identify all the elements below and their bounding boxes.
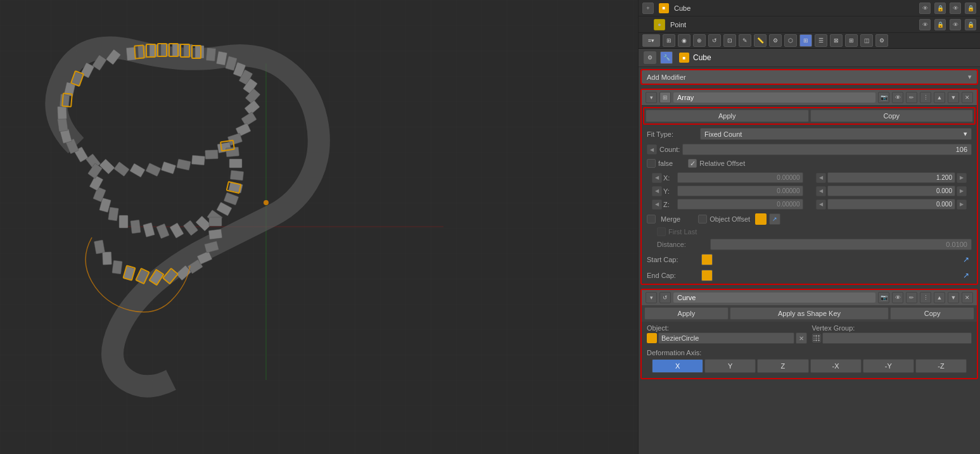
offset-checkboxes: false ✓ Relative Offset (642, 157, 977, 170)
merge-checkbox[interactable] (647, 215, 656, 224)
const-z-input[interactable] (677, 199, 803, 210)
array-name-input[interactable] (673, 92, 875, 103)
object-offset-checkbox[interactable] (698, 215, 707, 224)
array-edit-icon[interactable]: ✏ (906, 92, 917, 103)
render-lock-icon-2[interactable]: 🔒 (965, 19, 976, 30)
svg-rect-44 (226, 147, 239, 157)
svg-rect-12 (206, 47, 216, 61)
array-up-icon[interactable]: ▲ (934, 92, 945, 103)
const-offset-xyz: ◀ X: ◀ Y: ◀ Z: (647, 171, 808, 211)
lock-icon-2[interactable]: 🔒 (934, 19, 946, 30)
array-down-icon[interactable]: ▼ (948, 92, 959, 103)
tool-icon-4[interactable]: ↺ (708, 34, 721, 47)
vertex-group-input[interactable] (822, 332, 972, 344)
tool-icon-13[interactable]: ⊞ (845, 34, 858, 47)
svg-rect-75 (112, 260, 122, 274)
rel-z-input[interactable] (827, 199, 956, 210)
distance-input[interactable] (710, 239, 972, 250)
axis-z-btn[interactable]: Z (757, 359, 808, 373)
array-type-icon[interactable]: ⊞ (659, 92, 671, 103)
count-input[interactable] (682, 144, 972, 155)
curve-copy-btn[interactable]: Copy (890, 307, 974, 320)
tool-icon-3[interactable]: ⊕ (693, 34, 706, 47)
constant-offset-checkbox[interactable] (647, 159, 656, 168)
tool-icon-10[interactable]: ⊞ (799, 34, 812, 47)
object-offset-link[interactable]: ↗ (769, 213, 780, 225)
const-x-left[interactable]: ◀ (652, 173, 662, 183)
count-left-arrow[interactable]: ◀ (647, 144, 657, 154)
curve-edit-icon[interactable]: ✏ (906, 292, 917, 303)
object-clear-btn[interactable]: ✕ (796, 332, 807, 344)
rel-x-right[interactable]: ▶ (957, 173, 967, 183)
curve-render-icon[interactable]: 📷 (878, 292, 889, 303)
tool-icon-8[interactable]: ⚙ (769, 34, 782, 47)
tool-icon-14[interactable]: ◫ (860, 34, 873, 47)
array-render-icon[interactable]: 📷 (878, 92, 889, 103)
const-x-input[interactable] (677, 172, 803, 183)
axis-neg-z-btn[interactable]: -Z (915, 359, 967, 373)
panel-tab-1[interactable]: ⚙ (644, 51, 656, 64)
array-apply-btn[interactable]: Apply (646, 110, 809, 122)
tool-icon-15[interactable]: ⚙ (875, 34, 888, 47)
viewport[interactable] (0, 0, 638, 454)
expand-icon-1[interactable]: + (642, 3, 654, 14)
rel-x-input[interactable] (827, 172, 956, 183)
distance-label: Distance: (657, 241, 708, 248)
start-cap-link[interactable]: ↗ (960, 254, 972, 265)
curve-collapse-btn[interactable]: ▾ (646, 292, 657, 303)
const-z-left[interactable]: ◀ (652, 199, 662, 210)
curve-view-icon[interactable]: 👁 (892, 292, 903, 303)
fit-type-select[interactable]: Fixed Count ▾ (700, 128, 972, 140)
array-view-icon[interactable]: 👁 (892, 92, 903, 103)
tool-icon-1[interactable]: ⊞ (663, 34, 675, 47)
lock-icon-1[interactable]: 🔒 (934, 3, 946, 14)
axis-neg-y-btn[interactable]: -Y (863, 359, 914, 373)
axis-x-btn[interactable]: X (652, 359, 703, 373)
axis-neg-x-btn[interactable]: -X (810, 359, 862, 373)
tool-icon-5[interactable]: ⊡ (723, 34, 736, 47)
end-cap-icon[interactable] (701, 270, 713, 281)
rel-z-right[interactable]: ▶ (957, 199, 967, 210)
end-cap-link[interactable]: ↗ (960, 270, 972, 281)
panel-tab-2[interactable]: 🔧 (660, 51, 673, 64)
start-cap-icon[interactable] (701, 254, 713, 265)
curve-down-icon[interactable]: ▼ (948, 292, 959, 303)
object-value-input[interactable] (658, 332, 794, 344)
array-dots-icon[interactable]: ⋮ (920, 92, 931, 103)
rel-y-left[interactable]: ◀ (816, 186, 826, 196)
const-y-left[interactable]: ◀ (652, 186, 662, 196)
visibility-icon-1[interactable]: 👁 (919, 3, 931, 14)
array-close-btn[interactable]: ✕ (962, 92, 973, 103)
first-last-checkbox[interactable] (657, 227, 666, 236)
tool-icon-6[interactable]: ✎ (739, 34, 751, 47)
array-collapse-btn[interactable]: ▾ (646, 92, 657, 103)
add-modifier-dropdown[interactable]: ▾ (968, 73, 972, 81)
curve-undo-btn[interactable]: ↺ (659, 292, 671, 303)
curve-up-icon[interactable]: ▲ (934, 292, 945, 303)
tool-icon-11[interactable]: ☰ (815, 34, 827, 47)
axis-y-btn[interactable]: Y (704, 359, 756, 373)
tool-icon-7[interactable]: 📏 (754, 34, 767, 47)
render-lock-icon-1[interactable]: 🔒 (965, 3, 976, 14)
tool-icon-2[interactable]: ◉ (678, 34, 690, 47)
rel-x-left[interactable]: ◀ (816, 173, 826, 183)
rel-z-left[interactable]: ◀ (816, 199, 826, 210)
visibility-icon-2[interactable]: 👁 (919, 19, 931, 30)
curve-apply-shape-btn[interactable]: Apply as Shape Key (730, 307, 889, 320)
rel-y-input[interactable] (827, 186, 956, 196)
curve-dots-icon[interactable]: ⋮ (920, 292, 931, 303)
render-visibility-icon-2[interactable]: 👁 (950, 19, 961, 30)
obj-vertex-row: Object: ✕ Vertex Group: (642, 322, 977, 346)
tool-icon-12[interactable]: ⊠ (830, 34, 843, 47)
curve-close-btn[interactable]: ✕ (962, 292, 973, 303)
mode-select-icon[interactable]: ≡▾ (642, 34, 660, 47)
render-visibility-icon-1[interactable]: 👁 (950, 3, 961, 14)
curve-name-input[interactable] (673, 293, 875, 303)
rel-y-right[interactable]: ▶ (957, 186, 967, 196)
curve-apply-btn[interactable]: Apply (644, 307, 729, 320)
const-y-input[interactable] (677, 186, 803, 196)
point-icon[interactable]: ● (654, 19, 665, 30)
tool-icon-9[interactable]: ⬡ (784, 34, 797, 47)
relative-offset-checkbox[interactable]: ✓ (688, 159, 697, 168)
array-copy-btn[interactable]: Copy (810, 110, 974, 122)
